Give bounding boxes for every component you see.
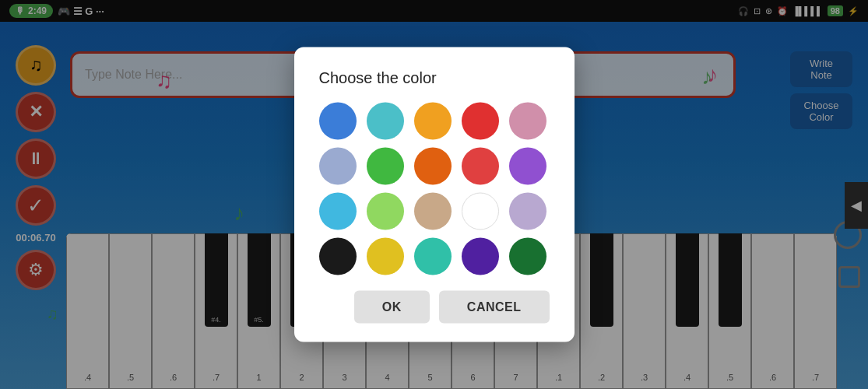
color-cyan[interactable]	[414, 238, 452, 275]
color-purple[interactable]	[509, 148, 546, 185]
color-dark-green[interactable]	[509, 238, 546, 275]
color-grid	[319, 103, 550, 275]
color-coral[interactable]	[462, 148, 499, 185]
color-tan[interactable]	[414, 193, 452, 230]
color-dark-orange[interactable]	[414, 148, 452, 185]
color-picker-dialog: Choose the color OK CANCEL	[294, 47, 575, 342]
color-green[interactable]	[367, 148, 404, 185]
color-orange[interactable]	[414, 103, 452, 140]
dialog-actions: OK CANCEL	[319, 291, 550, 324]
color-yellow[interactable]	[367, 238, 404, 275]
color-black[interactable]	[319, 238, 357, 275]
color-light-purple[interactable]	[509, 193, 546, 230]
color-lavender[interactable]	[319, 148, 357, 185]
color-sky[interactable]	[319, 193, 357, 230]
color-dark-purple[interactable]	[462, 238, 499, 275]
color-red[interactable]	[462, 103, 499, 140]
color-light-green[interactable]	[367, 193, 404, 230]
color-teal[interactable]	[367, 103, 404, 140]
color-pink[interactable]	[509, 103, 546, 140]
color-blue[interactable]	[319, 103, 357, 140]
cancel-button[interactable]: CANCEL	[439, 291, 550, 324]
ok-button[interactable]: OK	[354, 291, 430, 324]
dialog-title: Choose the color	[319, 69, 550, 87]
color-white[interactable]	[462, 193, 499, 230]
